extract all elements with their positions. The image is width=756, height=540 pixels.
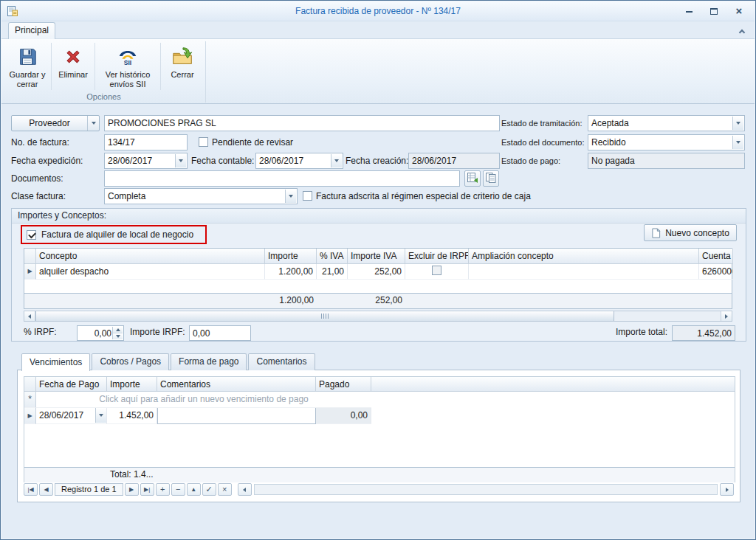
concepto-row[interactable]: ▶ alquiler despacho 1.200,00 21,00 252,0… xyxy=(24,264,732,280)
maximize-button[interactable] xyxy=(707,5,721,17)
col-importe[interactable]: Importe xyxy=(107,377,157,392)
nav-end-edit-button[interactable]: ✓ xyxy=(202,483,216,496)
proveedor-dropdown-part[interactable] xyxy=(87,116,99,131)
nav-prev-button[interactable]: ◀ xyxy=(39,483,53,496)
cell-importe[interactable]: 1.200,00 xyxy=(265,264,317,280)
cerrar-button[interactable]: Cerrar xyxy=(163,41,202,91)
clase-factura-value: Completa xyxy=(108,189,294,204)
footer-total-importe-iva: 252,00 xyxy=(348,294,405,308)
criterio-caja-label[interactable]: Factura adscrita al régimen especial de … xyxy=(316,188,531,204)
no-factura-input[interactable]: 134/17 xyxy=(104,134,188,150)
ver-historico-sii-button[interactable]: SII Ver histórico envíos SII xyxy=(97,41,158,91)
arrow-up-icon xyxy=(116,328,120,331)
estado-documento-select[interactable]: Recibido xyxy=(588,134,745,150)
nav-cancel-edit-button[interactable]: × xyxy=(218,483,232,496)
col-pagado[interactable]: Pagado xyxy=(316,377,371,392)
close-button[interactable]: × xyxy=(732,5,746,17)
cell-fecha-pago[interactable]: 28/06/2017 xyxy=(36,408,107,424)
tab-comentarios[interactable]: Comentarios xyxy=(248,353,315,370)
clase-factura-select[interactable]: Completa xyxy=(104,188,298,204)
calendar-dropdown-button[interactable] xyxy=(331,154,342,167)
nav-delete-button[interactable]: − xyxy=(171,483,185,496)
cell-concepto[interactable]: alquiler despacho xyxy=(36,264,265,280)
scrollbar-thumb[interactable] xyxy=(35,311,614,321)
cell-pct-iva[interactable]: 21,00 xyxy=(317,264,348,280)
pendiente-revisar-checkbox[interactable] xyxy=(199,137,208,147)
cell-ampliacion[interactable] xyxy=(469,264,699,280)
tab-cobros-pagos[interactable]: Cobros / Pagos xyxy=(92,353,169,370)
col-importe-iva[interactable]: Importe IVA xyxy=(348,249,405,264)
attach-document-button[interactable] xyxy=(464,170,481,187)
nav-last-button[interactable]: ▶| xyxy=(140,483,154,496)
col-comentarios[interactable]: Comentarios xyxy=(157,377,316,392)
conceptos-grid: Concepto Importe % IVA Importe IVA Exclu… xyxy=(24,248,732,309)
new-row[interactable]: * Click aquí para añadir un nuevo vencim… xyxy=(24,392,735,408)
calendar-dropdown-button[interactable] xyxy=(175,154,186,167)
nav-first-button[interactable]: |◀ xyxy=(24,483,38,496)
tab-principal[interactable]: Principal xyxy=(8,22,55,39)
arrow-left-icon xyxy=(28,314,31,319)
minimize-icon xyxy=(686,10,693,13)
ribbon-separator xyxy=(160,43,161,90)
col-pct-iva[interactable]: % IVA xyxy=(317,249,348,264)
estado-tramitacion-select[interactable]: Aceptada xyxy=(588,115,745,131)
eliminar-button[interactable]: Eliminar xyxy=(54,41,92,91)
copy-icon xyxy=(485,172,497,186)
pendiente-revisar-label[interactable]: Pendiente de revisar xyxy=(212,134,293,150)
hscroll-track[interactable] xyxy=(254,484,718,495)
fecha-expedicion-input[interactable]: 28/06/2017 xyxy=(104,153,188,169)
minimize-button[interactable] xyxy=(682,5,695,17)
col-importe[interactable]: Importe xyxy=(265,249,317,264)
col-ampliacion-concepto[interactable]: Ampliación concepto xyxy=(469,249,699,264)
estado-tramitacion-value: Aceptada xyxy=(591,116,741,131)
scroll-left-button[interactable] xyxy=(24,311,35,321)
cell-cuenta[interactable]: 62600000 xyxy=(699,264,733,280)
col-fecha-pago[interactable]: Fecha de Pago xyxy=(36,377,107,392)
spin-up-button[interactable] xyxy=(113,327,123,333)
tab-vencimientos[interactable]: Vencimientos xyxy=(21,353,90,371)
tab-forma-pago[interactable]: Forma de pago xyxy=(171,353,247,370)
proveedor-input[interactable]: PROMOCIONES PRAG SL xyxy=(104,115,500,131)
nuevo-concepto-button[interactable]: Nuevo concepto xyxy=(644,224,737,241)
spin-down-button[interactable] xyxy=(113,333,123,339)
new-row-hint[interactable]: Click aquí para añadir un nuevo vencimie… xyxy=(36,392,371,408)
titlebar[interactable]: Factura recibida de proveedor - Nº 134/1… xyxy=(1,1,755,21)
documentos-input[interactable] xyxy=(104,170,460,187)
close-icon: × xyxy=(736,6,743,16)
col-concepto[interactable]: Concepto xyxy=(36,249,265,264)
fecha-contable-label: Fecha contable: xyxy=(191,153,254,169)
conceptos-hscrollbar[interactable] xyxy=(24,311,732,322)
irpf-pct-spinner[interactable]: 0,00 xyxy=(77,325,124,341)
vencimiento-row[interactable]: ▶ 28/06/2017 1.452,00 0,00 xyxy=(24,408,735,424)
proveedor-button[interactable]: Proveedor xyxy=(11,115,100,131)
cell-importe-iva[interactable]: 252,00 xyxy=(348,264,405,280)
dropdown-button[interactable] xyxy=(285,190,296,203)
guardar-y-cerrar-button[interactable]: Guardar y cerrar xyxy=(6,41,49,91)
alquiler-local-checkbox[interactable] xyxy=(27,230,36,240)
dropdown-button[interactable] xyxy=(732,136,743,149)
ribbon-separator xyxy=(94,43,95,90)
copy-document-button[interactable] xyxy=(483,170,499,187)
cell-comentarios[interactable] xyxy=(157,408,316,424)
nav-append-button[interactable]: + xyxy=(156,483,170,496)
alquiler-local-label[interactable]: Factura de alquiler de local de negocio xyxy=(41,229,193,240)
fecha-expedicion-value: 28/06/2017 xyxy=(108,153,184,168)
cell-importe[interactable]: 1.452,00 xyxy=(107,408,157,424)
dropdown-button[interactable] xyxy=(732,117,743,130)
nav-next-button[interactable]: ▶ xyxy=(125,483,139,496)
criterio-caja-checkbox[interactable] xyxy=(303,191,312,201)
chevron-down-icon xyxy=(289,195,293,198)
importe-total-field: 1.452,00 xyxy=(672,325,735,341)
col-excluir-irpf[interactable]: Excluir de IRPF xyxy=(405,249,469,264)
spinner-buttons[interactable] xyxy=(112,327,123,339)
hscroll-right-button[interactable] xyxy=(720,483,734,496)
nav-edit-button[interactable]: ▲ xyxy=(187,483,201,496)
excluir-irpf-checkbox[interactable] xyxy=(432,266,441,275)
ribbon-collapse-button[interactable] xyxy=(737,26,747,36)
hscroll-left-button[interactable] xyxy=(238,483,252,496)
calendar-dropdown-button[interactable] xyxy=(95,408,106,423)
fecha-contable-input[interactable]: 28/06/2017 xyxy=(255,153,343,169)
importe-irpf-input[interactable]: 0,00 xyxy=(189,325,251,341)
col-cuenta-contable[interactable]: Cuenta co xyxy=(699,249,733,264)
scroll-right-button[interactable] xyxy=(721,311,732,321)
